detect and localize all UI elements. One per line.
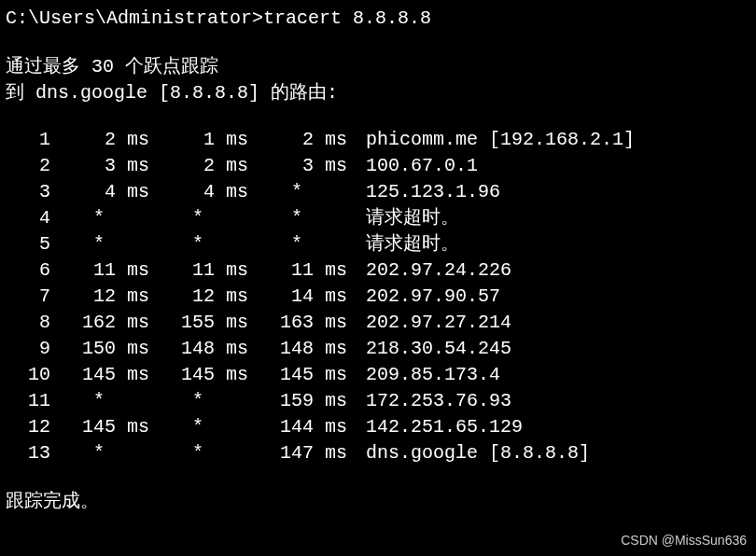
hop-time: * [50, 388, 149, 414]
hop-time: * [149, 205, 248, 231]
hop-time: 12 ms [149, 284, 248, 310]
hop-time: 159 ms [248, 388, 347, 414]
hop-number: 5 [6, 231, 50, 257]
hop-time: 148 ms [149, 336, 248, 362]
hop-number: 2 [6, 153, 50, 179]
hop-destination: 202.97.27.214 [347, 310, 511, 336]
hop-time: 155 ms [149, 310, 248, 336]
hop-time: 148 ms [248, 336, 347, 362]
trace-footer: 跟踪完成。 [6, 489, 750, 515]
hop-time: 4 ms [149, 179, 248, 205]
hop-time: 4 ms [50, 179, 149, 205]
hop-time: 11 ms [248, 257, 347, 284]
hop-time: 2 ms [149, 153, 248, 179]
hop-destination: 218.30.54.245 [347, 336, 511, 362]
hop-number: 13 [6, 440, 50, 466]
hop-time: * [50, 205, 149, 231]
hop-row: 712 ms12 ms14 ms202.97.90.57 [6, 284, 750, 310]
hop-row: 10145 ms145 ms145 ms209.85.173.4 [6, 362, 750, 388]
hop-number: 12 [6, 414, 50, 440]
hop-row: 12 ms1 ms2 msphicomm.me [192.168.2.1] [6, 127, 750, 153]
hop-time: 147 ms [248, 440, 347, 466]
hop-destination: 请求超时。 [347, 205, 459, 231]
hop-row: 13* * 147 msdns.google [8.8.8.8] [6, 440, 750, 466]
hop-time: 162 ms [50, 310, 149, 336]
hop-time: 12 ms [50, 284, 149, 310]
hop-time: 3 ms [50, 153, 149, 179]
hop-time: * [50, 440, 149, 466]
hop-time: 14 ms [248, 284, 347, 310]
hop-time: * [149, 231, 248, 257]
hop-time: 11 ms [50, 257, 149, 284]
hop-time: 2 ms [50, 127, 149, 153]
hop-number: 8 [6, 310, 50, 336]
hop-number: 3 [6, 179, 50, 205]
hop-time: * [248, 179, 347, 205]
hop-row: 12145 ms* 144 ms142.251.65.129 [6, 414, 750, 440]
hop-row: 8162 ms155 ms163 ms202.97.27.214 [6, 310, 750, 336]
hop-destination: 209.85.173.4 [347, 362, 500, 388]
hop-number: 9 [6, 336, 50, 362]
hop-destination: 142.251.65.129 [347, 414, 523, 440]
hop-number: 11 [6, 388, 50, 414]
hop-time: * [50, 231, 149, 257]
hop-number: 6 [6, 257, 50, 284]
hop-time: 1 ms [149, 127, 248, 153]
hop-row: 4* * * 请求超时。 [6, 205, 750, 231]
hop-destination: 请求超时。 [347, 231, 459, 257]
hop-number: 10 [6, 362, 50, 388]
hop-time: 144 ms [248, 414, 347, 440]
hop-destination: 125.123.1.96 [347, 179, 500, 205]
hop-number: 4 [6, 205, 50, 231]
hop-destination: 100.67.0.1 [347, 153, 478, 179]
prompt-path: C:\Users\Administrator> [6, 7, 263, 29]
hop-destination: phicomm.me [192.168.2.1] [347, 127, 635, 153]
hop-row: 5* * * 请求超时。 [6, 231, 750, 257]
command-prompt-line[interactable]: C:\Users\Administrator>tracert 8.8.8.8 [6, 6, 750, 32]
hop-row: 23 ms2 ms3 ms100.67.0.1 [6, 153, 750, 179]
hop-row: 611 ms11 ms11 ms202.97.24.226 [6, 257, 750, 284]
hop-time: 163 ms [248, 310, 347, 336]
hop-time: * [248, 231, 347, 257]
hop-row: 11* * 159 ms172.253.76.93 [6, 388, 750, 414]
hop-time: * [149, 440, 248, 466]
hop-time: * [149, 388, 248, 414]
hop-time: 150 ms [50, 336, 149, 362]
hop-row: 9150 ms148 ms148 ms218.30.54.245 [6, 336, 750, 362]
hop-time: 11 ms [149, 257, 248, 284]
hop-destination: 202.97.24.226 [347, 257, 511, 284]
command-text: tracert 8.8.8.8 [263, 7, 431, 29]
hop-destination: dns.google [8.8.8.8] [347, 440, 590, 466]
trace-header-line2: 到 dns.google [8.8.8.8] 的路由: [6, 80, 750, 106]
hop-destination: 202.97.90.57 [347, 284, 500, 310]
hop-number: 1 [6, 127, 50, 153]
hop-time: 3 ms [248, 153, 347, 179]
hop-number: 7 [6, 284, 50, 310]
hop-time: * [149, 414, 248, 440]
hop-time: 2 ms [248, 127, 347, 153]
hop-table: 12 ms1 ms2 msphicomm.me [192.168.2.1]23 … [6, 127, 750, 466]
hop-time: 145 ms [149, 362, 248, 388]
hop-time: 145 ms [50, 414, 149, 440]
hop-row: 34 ms4 ms* 125.123.1.96 [6, 179, 750, 205]
hop-time: 145 ms [248, 362, 347, 388]
hop-time: * [248, 205, 347, 231]
hop-time: 145 ms [50, 362, 149, 388]
hop-destination: 172.253.76.93 [347, 388, 511, 414]
trace-header-line1: 通过最多 30 个跃点跟踪 [6, 54, 750, 80]
watermark: CSDN @MissSun636 [621, 532, 747, 550]
